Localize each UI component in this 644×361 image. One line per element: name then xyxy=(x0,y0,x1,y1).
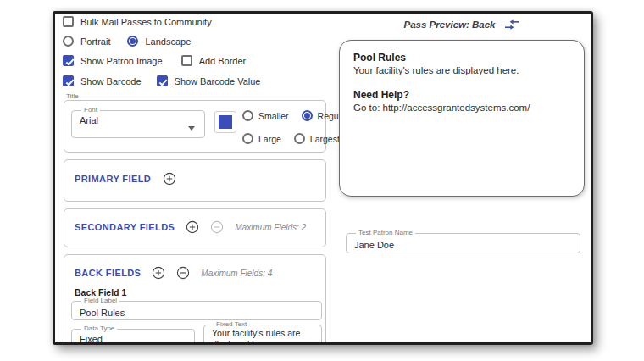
show-barcode-value-option[interactable]: Show Barcode Value xyxy=(157,75,261,86)
swap-arrows-icon[interactable] xyxy=(503,19,520,31)
field-label-fieldset: Field Label xyxy=(71,297,322,320)
data-type-select[interactable]: Data Type Fixed xyxy=(71,325,195,345)
back-fields-section: BACK FIELDS Maximum Fields: 4 Back Field… xyxy=(64,254,326,345)
orientation-landscape[interactable]: Landscape xyxy=(127,36,191,47)
font-select-label: Font xyxy=(81,107,100,114)
show-barcode-option[interactable]: Show Barcode xyxy=(63,75,142,86)
image-border-row: Show Patron Image Add Border xyxy=(63,55,246,66)
fixed-text-fieldset: Fixed Text Your facility's rules are dis… xyxy=(203,321,322,345)
title-size-options: Smaller Regular Large Largest xyxy=(242,104,348,150)
show-barcode-checkbox[interactable] xyxy=(63,75,74,86)
bulk-mail-checkbox[interactable] xyxy=(63,16,74,27)
add-border-label: Add Border xyxy=(199,56,247,66)
pass-preview-card: Pool Rules Your facility's rules are dis… xyxy=(339,40,585,197)
preview-field-title: Pool Rules xyxy=(353,52,570,64)
pass-preview-title: Pass Preview: Back xyxy=(403,19,495,30)
show-barcode-value-label: Show Barcode Value xyxy=(175,76,261,86)
title-section-label: Title xyxy=(66,92,79,100)
secondary-fields-max-note: Maximum Fields: 2 xyxy=(235,223,306,232)
pass-preview-header: Pass Preview: Back xyxy=(339,19,585,31)
show-patron-image-option[interactable]: Show Patron Image xyxy=(63,55,163,66)
secondary-fields-section: SECONDARY FIELDS Maximum Fields: 2 xyxy=(64,208,326,247)
data-type-label: Data Type xyxy=(81,325,117,332)
title-color-swatch xyxy=(219,115,232,129)
preview-help-text: Go to: http://accessgrantedsystems.com/ xyxy=(353,103,570,113)
screen: Bulk Mail Passes to Community Portrait L… xyxy=(0,0,644,361)
font-select-value: Arial xyxy=(80,115,187,125)
fixed-text-label: Fixed Text xyxy=(214,321,249,328)
landscape-label: Landscape xyxy=(145,36,191,47)
bulk-mail-option[interactable]: Bulk Mail Passes to Community xyxy=(63,16,212,27)
back-fields-add-icon[interactable] xyxy=(152,266,165,280)
portrait-radio[interactable] xyxy=(63,36,74,47)
show-patron-image-checkbox[interactable] xyxy=(63,55,74,66)
back-fields-remove-icon[interactable] xyxy=(176,266,190,280)
primary-field-add-icon[interactable] xyxy=(163,172,176,186)
dropdown-caret-icon xyxy=(188,126,195,131)
preview-help-title: Need Help? xyxy=(353,89,570,101)
portrait-label: Portrait xyxy=(80,36,110,47)
size-smaller-option[interactable]: Smaller xyxy=(242,110,289,121)
font-select[interactable]: Font Arial xyxy=(71,107,205,138)
show-patron-image-label: Show Patron Image xyxy=(80,56,163,66)
primary-field-title: PRIMARY FIELD xyxy=(75,174,151,184)
show-barcode-value-checkbox[interactable] xyxy=(157,75,168,86)
size-smaller-label: Smaller xyxy=(258,111,289,121)
field-label-input[interactable] xyxy=(80,308,295,318)
secondary-fields-title: SECONDARY FIELDS xyxy=(75,222,175,232)
size-large-label: Large xyxy=(258,134,281,144)
back-fields-title: BACK FIELDS xyxy=(75,268,141,278)
title-color-picker[interactable] xyxy=(214,111,236,133)
secondary-fields-remove-icon[interactable] xyxy=(210,220,224,234)
add-border-option[interactable]: Add Border xyxy=(181,55,247,66)
add-border-checkbox[interactable] xyxy=(181,55,192,66)
dropdown-caret-icon xyxy=(178,342,185,345)
size-largest-option[interactable]: Largest xyxy=(294,133,340,144)
bulk-mail-label: Bulk Mail Passes to Community xyxy=(80,17,212,27)
size-smaller-radio[interactable] xyxy=(242,110,253,121)
landscape-radio[interactable] xyxy=(127,36,138,47)
orientation-group: Portrait Landscape xyxy=(63,36,191,47)
title-section-box: Font Arial Smaller Regular xyxy=(64,100,326,153)
test-patron-input[interactable] xyxy=(354,240,554,250)
test-patron-fieldset: Test Patron Name xyxy=(346,230,580,253)
size-largest-label: Largest xyxy=(310,134,340,144)
size-regular-radio[interactable] xyxy=(302,110,313,121)
size-largest-radio[interactable] xyxy=(294,133,305,144)
secondary-fields-add-icon[interactable] xyxy=(186,220,199,234)
show-barcode-label: Show Barcode xyxy=(80,76,142,86)
back-fields-max-note: Maximum Fields: 4 xyxy=(201,269,272,278)
pass-designer-window: Bulk Mail Passes to Community Portrait L… xyxy=(53,11,593,345)
fixed-text-input[interactable]: Your facility's rules are displayed here… xyxy=(212,328,305,345)
field-label-label: Field Label xyxy=(81,297,119,304)
preview-field-text: Your facility's rules are displayed here… xyxy=(353,65,570,75)
primary-field-section: PRIMARY FIELD xyxy=(64,159,326,202)
test-patron-label: Test Patron Name xyxy=(356,230,415,236)
barcode-row: Show Barcode Show Barcode Value xyxy=(63,75,260,86)
size-large-option[interactable]: Large xyxy=(242,133,281,144)
size-large-radio[interactable] xyxy=(242,133,253,144)
data-type-value: Fixed xyxy=(80,334,178,344)
orientation-portrait[interactable]: Portrait xyxy=(63,36,110,47)
